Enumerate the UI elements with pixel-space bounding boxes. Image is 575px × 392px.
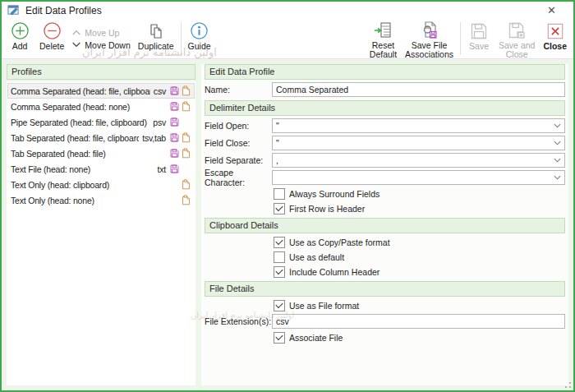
profile-label: Tab Separated (head: file) — [11, 149, 163, 159]
delete-label: Delete — [39, 42, 64, 51]
guide-button[interactable]: Guide — [184, 19, 215, 58]
checkbox[interactable] — [274, 203, 285, 214]
profile-extensions: csv — [154, 86, 166, 96]
move-up-label: Move Up — [85, 28, 119, 38]
save-file-associations-label: Save File Associations — [405, 41, 453, 59]
save-to-file-icon — [169, 85, 180, 96]
move-up-button[interactable]: Move Up — [71, 28, 130, 38]
checkbox-label[interactable]: First Row is Header — [289, 204, 365, 214]
save-button[interactable]: Save — [463, 19, 494, 58]
field-label: Field Open: — [205, 121, 272, 131]
chevron-down-icon — [71, 41, 81, 48]
clipboard-icon — [181, 148, 191, 159]
reset-default-button[interactable]: Reset Default — [366, 19, 401, 58]
profiles-list: Comma Separated (head: file, clipboard) … — [7, 81, 196, 385]
file-extensions-input[interactable] — [272, 314, 565, 329]
checkbox[interactable] — [274, 251, 285, 263]
delimiter-fields: Field Open: " Field Close: " Field Separ… — [205, 116, 565, 185]
name-label: Name: — [205, 85, 272, 95]
clipboard-icon — [181, 195, 191, 205]
profile-list-item[interactable]: Pipe Separated (head: file, clipboard) p… — [7, 114, 195, 130]
delimiter-field-row: Field Open: " — [205, 118, 565, 133]
combobox-value: " — [276, 121, 554, 131]
profile-label: Pipe Separated (head: file, clipboard) — [11, 118, 150, 127]
profile-list-item[interactable]: Text Only (head: clipboard) — [7, 177, 195, 192]
reset-default-icon — [373, 21, 393, 40]
save-and-close-label: Save and Close — [499, 41, 535, 59]
toolbar-separator — [181, 22, 182, 55]
checkbox-row: Use as File format — [274, 300, 565, 311]
delimiter-details-header: Delimiter Details — [205, 100, 565, 116]
profile-extensions: tsv,tab — [142, 133, 166, 143]
profile-list-item[interactable]: Comma Separated (head: file, clipboard) … — [7, 83, 195, 99]
checkbox-row: Use as Copy/Paste format — [274, 237, 565, 248]
field-combobox[interactable] — [272, 170, 565, 185]
reset-default-label: Reset Default — [370, 41, 397, 59]
profile-list-item[interactable]: Text File (head: none) txt — [7, 161, 195, 177]
name-input[interactable] — [272, 82, 565, 97]
window-close-button[interactable]: ✕ — [542, 2, 568, 19]
clipboard-icon — [181, 101, 191, 112]
add-label: Add — [12, 42, 28, 51]
profile-list-item[interactable]: Tab Separated (head: file) — [7, 145, 195, 161]
checkbox-label[interactable]: Use as File format — [289, 301, 359, 311]
add-button[interactable]: Add — [4, 19, 35, 58]
duplicate-pages-icon — [146, 21, 166, 41]
save-to-file-icon — [169, 164, 180, 174]
profile-list-item[interactable]: Comma Separated (head: none) — [7, 99, 195, 114]
field-combobox[interactable]: " — [272, 118, 565, 133]
field-label: Field Close: — [205, 138, 272, 148]
checkbox-row: Always Surround Fields — [274, 188, 565, 200]
checkbox-label[interactable]: Use as Copy/Paste format — [289, 238, 390, 247]
checkbox[interactable] — [274, 266, 285, 278]
move-down-label: Move Down — [85, 40, 130, 50]
file-details-header: File Details — [205, 281, 565, 297]
duplicate-button[interactable]: Duplicate — [134, 19, 178, 58]
checkbox-label[interactable]: Always Surround Fields — [289, 189, 380, 199]
profile-list-item[interactable]: Text Only (head: none) — [7, 192, 195, 208]
combobox-value: , — [276, 155, 554, 165]
clipboard-icon — [181, 179, 191, 190]
name-row: Name: — [205, 82, 565, 97]
checkbox[interactable] — [274, 237, 285, 248]
save-label: Save — [469, 42, 489, 51]
checkbox-label[interactable]: Associate File — [289, 333, 343, 343]
profile-label: Comma Separated (head: file, clipboard) — [11, 86, 150, 96]
profiles-header: Profiles — [7, 64, 196, 80]
resize-grip[interactable] — [564, 381, 572, 389]
move-down-button[interactable]: Move Down — [71, 40, 130, 50]
profile-label: Text Only (head: none) — [11, 196, 163, 205]
delete-circle-minus-icon — [43, 21, 62, 41]
clipboard-checks: Use as Copy/Paste format Use as default … — [205, 233, 565, 278]
combobox-value: " — [276, 138, 554, 148]
save-and-close-button[interactable]: Save and Close — [494, 19, 539, 58]
save-to-file-icon — [169, 101, 180, 112]
move-group: Move Up Move Down — [68, 19, 133, 58]
close-button[interactable]: Close — [539, 19, 571, 58]
guide-info-icon — [190, 21, 209, 41]
field-combobox[interactable]: " — [272, 136, 565, 150]
add-circle-plus-icon — [11, 21, 30, 41]
profile-list-item[interactable]: Tab Separated (head: file, clipboard) ts… — [7, 130, 195, 145]
profiles-panel: Profiles Comma Separated (head: file, cl… — [7, 64, 196, 385]
chevron-up-icon — [71, 29, 81, 36]
checkbox-row: Include Column Header — [274, 266, 565, 278]
delimiter-field-row: Escape Character: — [205, 170, 565, 185]
delete-button[interactable]: Delete — [35, 19, 68, 58]
checkbox[interactable] — [274, 188, 285, 200]
save-file-associations-button[interactable]: Save File Associations — [401, 19, 458, 58]
delimiter-field-row: Field Separate: , — [205, 153, 565, 168]
field-combobox[interactable]: , — [272, 153, 565, 168]
app-icon — [7, 4, 20, 16]
checkbox-label[interactable]: Use as default — [289, 252, 344, 262]
titlebar[interactable]: Edit Data Profiles ✕ — [2, 2, 573, 19]
checkbox[interactable] — [274, 332, 285, 344]
duplicate-label: Duplicate — [138, 42, 174, 51]
checkbox[interactable] — [274, 300, 285, 311]
profile-label: Text File (head: none) — [11, 164, 154, 174]
chevron-down-icon — [554, 123, 561, 128]
save-to-file-icon — [169, 117, 180, 127]
editor-panel: Edit Data Profile Name: Delimiter Detail… — [201, 64, 568, 385]
profile-extensions: psv — [153, 118, 166, 127]
checkbox-label[interactable]: Include Column Header — [289, 267, 380, 277]
